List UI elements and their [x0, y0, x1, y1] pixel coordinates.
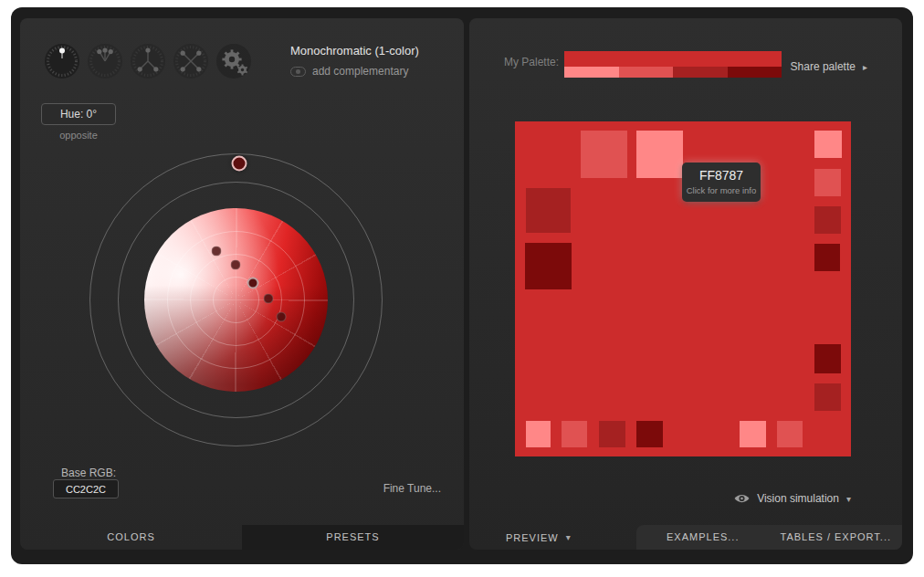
vision-simulation-menu[interactable]: Vision simulation ▾ — [734, 492, 851, 505]
hue-value-box[interactable]: Hue: 0° — [41, 103, 116, 125]
shade-marker[interactable] — [264, 294, 274, 304]
scheme-panel: Monochromatic (1-color) add complementar… — [20, 18, 464, 550]
scheme-title: Monochromatic (1-color) — [290, 44, 419, 58]
preview-square[interactable] — [581, 131, 627, 178]
radio-icon[interactable] — [290, 67, 306, 77]
chevron-down-icon: ▾ — [846, 494, 851, 504]
tooltip-subtext: Click for more info — [686, 185, 757, 195]
preview-square[interactable] — [526, 421, 551, 447]
preview-square[interactable] — [526, 188, 571, 233]
hue-marker[interactable] — [232, 156, 247, 172]
shade-marker[interactable] — [212, 247, 222, 257]
color-wheel[interactable] — [64, 128, 408, 472]
chevron-down-icon: ▾ — [566, 532, 571, 542]
add-complementary-label: add complementary — [312, 65, 408, 78]
base-color-marker[interactable] — [247, 278, 259, 289]
palette-variant-swatch[interactable] — [619, 67, 674, 78]
preview-square[interactable] — [814, 344, 841, 373]
vision-simulation-label: Vision simulation — [757, 492, 839, 505]
triad-scheme-icon[interactable] — [130, 43, 166, 79]
my-palette-label: My Palette: — [504, 56, 559, 68]
right-tab-strip: EXAMPLES... TABLES / EXPORT... — [636, 525, 902, 550]
preview-square[interactable] — [562, 421, 587, 447]
base-rgb-label: Base RGB: — [61, 467, 116, 479]
preview-square[interactable] — [525, 243, 572, 289]
preview-square[interactable] — [814, 206, 841, 234]
palette-preview[interactable]: FF8787 Click for more info — [515, 121, 851, 456]
preview-square[interactable] — [777, 421, 803, 447]
palette-variant-swatch[interactable] — [673, 67, 728, 78]
add-complementary-toggle[interactable]: add complementary — [290, 65, 408, 78]
base-rgb-input[interactable] — [53, 479, 119, 498]
palette-variant-swatch[interactable] — [728, 67, 782, 78]
adjacent-colors-scheme-icon[interactable] — [87, 43, 123, 79]
palette-strip[interactable] — [564, 51, 782, 78]
color-tooltip[interactable]: FF8787 Click for more info — [682, 163, 761, 202]
preview-square[interactable] — [740, 421, 766, 447]
arrow-right-icon: ▸ — [863, 62, 867, 72]
tab-preview-label: PREVIEW — [506, 532, 559, 543]
tab-tables-export[interactable]: TABLES / EXPORT... — [770, 525, 903, 550]
share-palette-label: Share palette — [791, 60, 856, 73]
preview-square[interactable] — [814, 131, 842, 158]
preview-square[interactable] — [814, 169, 841, 196]
preview-square[interactable] — [636, 421, 663, 447]
shade-marker[interactable] — [277, 312, 287, 322]
shade-marker[interactable] — [231, 260, 241, 270]
tooltip-hex-value: FF8787 — [686, 168, 757, 183]
tab-presets[interactable]: PRESETS — [242, 525, 464, 550]
tab-colors[interactable]: COLORS — [20, 525, 242, 550]
tetrad-scheme-icon[interactable] — [173, 43, 209, 79]
preview-square[interactable] — [636, 131, 683, 178]
opposite-label[interactable]: opposite — [41, 130, 116, 141]
monochromatic-scheme-icon[interactable] — [44, 43, 80, 79]
palette-base-swatch[interactable] — [564, 51, 782, 67]
palette-variant-swatch[interactable] — [564, 67, 619, 78]
palette-variant-row — [564, 67, 782, 78]
eye-icon — [734, 493, 750, 504]
palette-panel: My Palette: Share palette ▸ FF8787 Click… — [469, 18, 902, 550]
tab-examples[interactable]: EXAMPLES... — [636, 525, 770, 550]
preview-square[interactable] — [814, 244, 840, 271]
scheme-type-selector — [44, 43, 252, 79]
tab-preview[interactable]: PREVIEW ▾ — [506, 525, 571, 550]
saturation-brightness-disc[interactable] — [144, 208, 328, 392]
fine-tune-link[interactable]: Fine Tune... — [383, 482, 441, 495]
preview-square[interactable] — [599, 421, 625, 447]
share-palette-link[interactable]: Share palette ▸ — [791, 60, 867, 73]
freestyle-scheme-icon[interactable] — [215, 43, 252, 79]
preview-square[interactable] — [814, 383, 841, 411]
